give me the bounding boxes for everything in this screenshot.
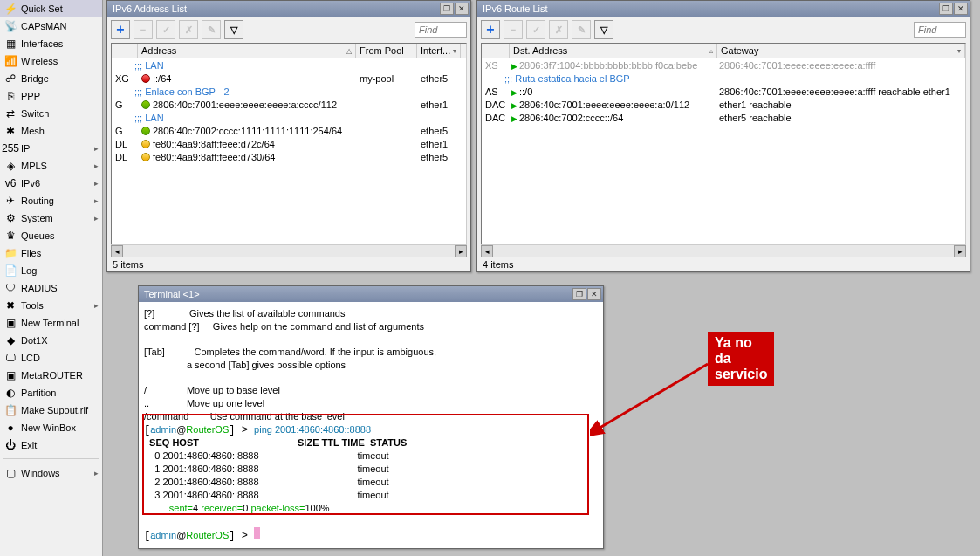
sidebar-item[interactable]: v6IPv6▸ xyxy=(0,175,102,192)
enable-button[interactable]: ✓ xyxy=(526,20,545,39)
chevron-right-icon: ▸ xyxy=(94,179,99,188)
add-button[interactable]: + xyxy=(111,20,130,39)
menu-icon: v6 xyxy=(3,176,17,190)
col-from-pool[interactable]: From Pool xyxy=(356,44,417,58)
menu-icon: ✱ xyxy=(3,124,17,138)
table-row[interactable]: DLfe80::4aa9:8aff:feee:d730/64ether5 xyxy=(112,150,466,163)
close-button[interactable]: ✕ xyxy=(954,3,968,15)
sidebar-item[interactable]: ◆Dot1X xyxy=(0,332,102,349)
menu-icon: 255 xyxy=(3,141,17,155)
table-row[interactable]: AS▶::/02806:40c:7001:eeee:eeee:eeee:a:ff… xyxy=(482,85,965,98)
sidebar-item-label: New Terminal xyxy=(21,318,99,328)
menu-icon: ◆ xyxy=(3,333,17,347)
add-button[interactable]: + xyxy=(481,20,500,39)
menu-icon: ✖ xyxy=(3,299,17,312)
filter-button[interactable]: ▽ xyxy=(594,20,613,39)
table-row[interactable]: G2806:40c:7002:cccc:1111:1111:1111:254/6… xyxy=(112,124,466,137)
table-row[interactable]: DAC▶2806:40c:7001:eeee:eeee:eeee:a:0/112… xyxy=(482,98,965,111)
remove-button[interactable]: − xyxy=(134,20,153,39)
disable-button[interactable]: ✗ xyxy=(179,20,198,39)
table-row[interactable]: ;;; Enlace con BGP - 2 xyxy=(112,85,466,98)
table-row[interactable]: ;;; Ruta estatica hacia el BGP xyxy=(482,72,965,85)
sidebar-item[interactable]: ⎘PPP xyxy=(0,87,102,105)
sidebar-item-label: Queues xyxy=(21,230,99,241)
comment-button[interactable]: ✎ xyxy=(572,20,591,39)
col-dst[interactable]: Dst. Address▵ xyxy=(510,44,717,58)
menu-icon: 📁 xyxy=(3,246,17,260)
close-button[interactable]: ✕ xyxy=(455,3,469,15)
sidebar-item[interactable]: ♛Queues xyxy=(0,227,102,244)
route-table: Dst. Address▵ Gateway▾ XS▶2806:3f7:1004:… xyxy=(481,43,966,244)
disable-button[interactable]: ✗ xyxy=(549,20,568,39)
sidebar-item[interactable]: 🛡RADIUS xyxy=(0,279,102,297)
col-gateway[interactable]: Gateway▾ xyxy=(717,44,965,58)
sidebar-item[interactable]: 255IP▸ xyxy=(0,140,102,157)
arrow-icon xyxy=(590,360,712,438)
scroll-left[interactable]: ◂ xyxy=(481,245,493,257)
close-button[interactable]: ✕ xyxy=(587,288,601,300)
table-row[interactable]: DAC▶2806:40c:7002:cccc::/64ether5 reacha… xyxy=(482,111,965,124)
titlebar[interactable]: IPv6 Address List ❐ ✕ xyxy=(107,1,470,17)
sidebar-item[interactable]: ⏻Exit xyxy=(0,436,102,454)
table-row[interactable]: DLfe80::4aa9:8aff:feee:d72c/64ether1 xyxy=(112,137,466,150)
menu-icon: ● xyxy=(3,421,17,435)
window-icon: ▢ xyxy=(3,466,17,480)
sidebar-item[interactable]: ⇄Switch xyxy=(0,105,102,122)
scroll-right[interactable]: ▸ xyxy=(455,245,467,257)
table-row[interactable]: XG::/64my-poolether5 xyxy=(112,72,466,85)
sidebar-item-label: IPv6 xyxy=(21,178,94,189)
address-icon xyxy=(141,153,150,161)
remove-button[interactable]: − xyxy=(504,20,523,39)
menu-icon: ♛ xyxy=(3,229,17,243)
table-row[interactable]: ;;; LAN xyxy=(112,111,466,124)
col-address[interactable]: Address△ xyxy=(138,44,356,58)
restore-button[interactable]: ❐ xyxy=(572,288,586,300)
sidebar-item[interactable]: 📡CAPsMAN xyxy=(0,17,102,35)
table-row[interactable]: ;;; LAN xyxy=(112,58,466,72)
restore-button[interactable]: ❐ xyxy=(440,3,454,15)
sidebar-item-label: Dot1X xyxy=(21,335,99,346)
sidebar-item[interactable]: ▣MetaROUTER xyxy=(0,367,102,384)
scroll-right[interactable]: ▸ xyxy=(954,245,966,257)
sidebar-item-label: RADIUS xyxy=(21,283,99,293)
titlebar[interactable]: IPv6 Route List ❐ ✕ xyxy=(477,1,970,17)
comment-button[interactable]: ✎ xyxy=(202,20,221,39)
col-interf[interactable]: Interf...▾ xyxy=(417,44,461,58)
sidebar-item-label: Files xyxy=(21,248,99,258)
sidebar-item-label: LCD xyxy=(21,353,99,363)
menu-icon: 📶 xyxy=(3,54,17,68)
sidebar-item[interactable]: 🖵LCD xyxy=(0,349,102,367)
sidebar-item[interactable]: ▦Interfaces xyxy=(0,35,102,52)
scroll-left[interactable]: ◂ xyxy=(111,245,123,257)
sidebar-item[interactable]: ✖Tools▸ xyxy=(0,297,102,314)
sidebar-item[interactable]: ✈Routing▸ xyxy=(0,192,102,209)
menu-icon: ◈ xyxy=(3,159,17,173)
restore-button[interactable]: ❐ xyxy=(939,3,953,15)
sidebar-item[interactable]: ●New WinBox xyxy=(0,419,102,436)
table-row[interactable]: XS▶2806:3f7:1004:bbbb:bbbb:bbbb:f0ca:beb… xyxy=(482,58,965,72)
menu-icon: 📋 xyxy=(3,403,17,417)
sidebar-item[interactable]: 📶Wireless xyxy=(0,52,102,70)
sidebar-item[interactable]: ▣New Terminal xyxy=(0,314,102,332)
sidebar-item[interactable]: 📄Log xyxy=(0,262,102,279)
sidebar-item[interactable]: ☍Bridge xyxy=(0,70,102,87)
sidebar-item[interactable]: ⚡Quick Set xyxy=(0,0,102,17)
sidebar-item[interactable]: ◈MPLS▸ xyxy=(0,157,102,175)
enable-button[interactable]: ✓ xyxy=(156,20,175,39)
sidebar-item-windows[interactable]: ▢ Windows ▸ xyxy=(0,464,102,482)
menu-icon: ▣ xyxy=(3,316,17,330)
sidebar-item[interactable]: 📁Files xyxy=(0,244,102,262)
table-row[interactable]: G2806:40c:7001:eeee:eeee:eeee:a:cccc/112… xyxy=(112,98,466,111)
sidebar-item[interactable]: ⚙System▸ xyxy=(0,209,102,227)
filter-button[interactable]: ▽ xyxy=(224,20,243,39)
sidebar-item-label: PPP xyxy=(21,91,99,101)
sidebar-item[interactable]: 📋Make Supout.rif xyxy=(0,402,102,419)
find-input[interactable] xyxy=(415,22,467,38)
sidebar-item[interactable]: ✱Mesh xyxy=(0,122,102,140)
find-input[interactable] xyxy=(914,22,966,38)
sidebar-item[interactable]: ◐Partition xyxy=(0,384,102,402)
terminal-output[interactable]: [?] Gives the list of available commands… xyxy=(139,302,603,548)
menu-icon: ✈ xyxy=(3,194,17,208)
titlebar[interactable]: Terminal <1> ❐ ✕ xyxy=(139,286,603,302)
sidebar-item-label: Mesh xyxy=(21,126,99,136)
